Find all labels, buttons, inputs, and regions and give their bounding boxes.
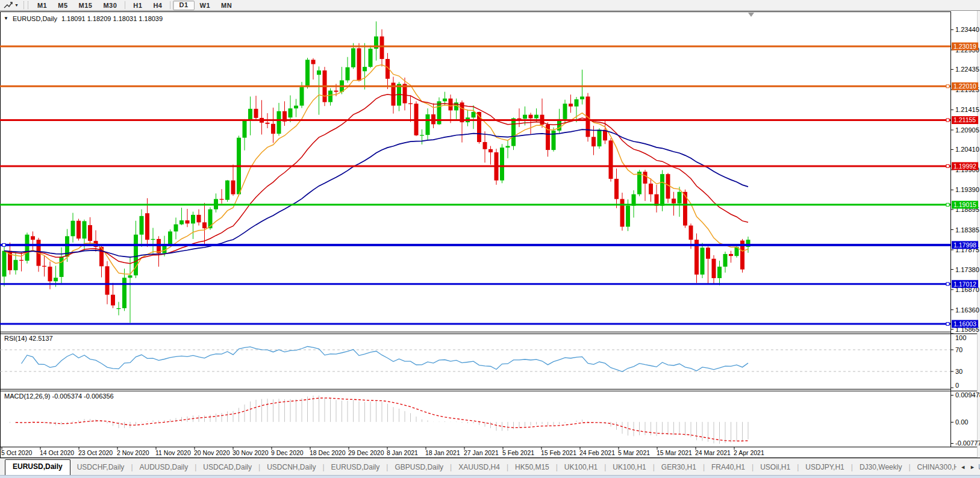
svg-text:30: 30 [955, 368, 963, 375]
bottom-tab-dj30-weekly[interactable]: DJ30,Weekly [853, 461, 908, 475]
horizontal-line-objects[interactable]: 1.230191.220101.211551.199921.190151.179… [0, 43, 978, 328]
svg-text:11 Nov 2020: 11 Nov 2020 [155, 449, 191, 456]
svg-text:1.19992: 1.19992 [953, 163, 976, 170]
line-drag-handle [946, 85, 949, 88]
svg-text:-0.007778: -0.007778 [955, 439, 980, 447]
title-caret-icon[interactable]: ▼ [4, 16, 8, 21]
bottom-tab-fra40-h1[interactable]: FRA40,H1 [705, 461, 752, 475]
line-drag-handle [946, 282, 949, 285]
macd-panel[interactable]: 0.0094780.00-0.007778 [10, 391, 980, 447]
svg-text:1.17998: 1.17998 [953, 241, 976, 249]
rsi-indicator-label: RSI(14) 42.5137 [4, 335, 53, 342]
svg-text:1.20410: 1.20410 [955, 146, 979, 153]
line-drag-handle [2, 243, 5, 246]
chart-canvas[interactable]: 1.234401.229301.224351.219251.214151.209… [0, 0, 980, 461]
bottom-tab-audusd-daily[interactable]: AUDUSD,Daily [133, 461, 195, 475]
svg-text:27 Jan 2021: 27 Jan 2021 [464, 449, 499, 456]
moving-average-lines [4, 65, 748, 275]
svg-text:1.23019: 1.23019 [953, 43, 976, 50]
svg-text:1.21415: 1.21415 [955, 106, 979, 113]
svg-text:1.22010: 1.22010 [953, 82, 976, 90]
svg-text:1.16003: 1.16003 [953, 320, 976, 327]
svg-text:23 Oct 2020: 23 Oct 2020 [78, 449, 113, 456]
rsi-panel[interactable]: 10070300 [0, 334, 966, 389]
svg-text:2 Nov 2020: 2 Nov 2020 [117, 449, 149, 456]
macd-indicator-label: MACD(12,26,9) -0.005374 -0.006356 [4, 393, 114, 400]
svg-text:20 Nov 2020: 20 Nov 2020 [194, 449, 230, 456]
bottom-tab-ger30-h1[interactable]: GER30,H1 [655, 461, 703, 475]
svg-text:5 Oct 2020: 5 Oct 2020 [1, 449, 33, 456]
tab-scroll-left-button[interactable]: ◄ [960, 464, 966, 470]
svg-text:1.18385: 1.18385 [955, 226, 979, 234]
bottom-tab-usdchf-daily[interactable]: USDCHF,Daily [70, 461, 131, 475]
bottom-tab-usdcad-daily[interactable]: USDCAD,Daily [196, 461, 258, 475]
chart-title: ▼ EURUSD,Daily 1.18091 1.18209 1.18031 1… [4, 15, 163, 22]
svg-text:9 Dec 2020: 9 Dec 2020 [271, 449, 304, 456]
price-chart[interactable]: 1.234401.229301.224351.219251.214151.209… [0, 0, 980, 459]
svg-text:1.20905: 1.20905 [955, 126, 979, 134]
svg-text:1.23440: 1.23440 [955, 26, 979, 33]
bottom-tab-uk100-h1[interactable]: UK100,H1 [606, 461, 652, 475]
svg-text:1.17012: 1.17012 [953, 281, 976, 288]
date-axis[interactable]: 5 Oct 202014 Oct 202023 Oct 20202 Nov 20… [1, 447, 764, 457]
svg-text:0.00: 0.00 [955, 418, 968, 426]
bottom-tab-eurusd-daily[interactable]: EURUSD,Daily [325, 461, 387, 475]
svg-text:70: 70 [955, 346, 963, 353]
bottom-tab-uk100-h1[interactable]: UK100,H1 [558, 461, 604, 475]
line-drag-handle [946, 203, 949, 206]
svg-text:29 Dec 2020: 29 Dec 2020 [348, 449, 384, 456]
tab-scroll-controls: ◄ ► [957, 459, 979, 475]
svg-text:24 Feb 2021: 24 Feb 2021 [579, 449, 615, 456]
tab-scroll-right-button[interactable]: ► [970, 464, 975, 470]
svg-text:15 Mar 2021: 15 Mar 2021 [657, 449, 692, 456]
line-drag-handle [946, 164, 949, 167]
svg-text:18 Jan 2021: 18 Jan 2021 [425, 449, 460, 456]
svg-text:100: 100 [955, 334, 966, 341]
svg-text:1.19390: 1.19390 [955, 186, 979, 193]
chart-shift-marker [748, 13, 754, 17]
svg-text:2 Apr 2021: 2 Apr 2021 [734, 449, 764, 456]
bottom-tab-xauusd-h4[interactable]: XAUUSD,H4 [452, 461, 507, 475]
rsi-line [22, 347, 749, 372]
svg-text:24 Mar 2021: 24 Mar 2021 [695, 449, 731, 456]
svg-text:1.16360: 1.16360 [955, 306, 979, 314]
bottom-tab-usdjpy-h1[interactable]: USDJPY,H1 [799, 461, 850, 475]
chart-ohlc-label: 1.18091 1.18209 1.18031 1.18039 [61, 15, 163, 22]
chart-tab-bar: EURUSD,DailyUSDCHF,Daily|AUDUSD,Daily|US… [0, 459, 980, 475]
svg-text:5 Mar 2021: 5 Mar 2021 [618, 449, 650, 456]
svg-text:15 Feb 2021: 15 Feb 2021 [541, 449, 576, 456]
svg-text:5 Feb 2021: 5 Feb 2021 [502, 449, 534, 456]
svg-text:1.21155: 1.21155 [953, 116, 976, 123]
svg-text:1.17380: 1.17380 [955, 266, 979, 273]
svg-text:8 Jan 2021: 8 Jan 2021 [387, 449, 418, 456]
svg-text:0.009478: 0.009478 [955, 391, 980, 399]
bottom-tab-gbpusd-daily[interactable]: GBPUSD,Daily [388, 461, 450, 475]
chart-symbol-label: EURUSD,Daily [13, 15, 57, 22]
svg-text:1.22435: 1.22435 [955, 66, 979, 73]
svg-text:18 Dec 2020: 18 Dec 2020 [310, 449, 346, 456]
bottom-tab-hk50-m15[interactable]: HK50,M15 [508, 461, 556, 475]
window-bottom-edge [0, 475, 980, 478]
bottom-tab-usdcnh-daily[interactable]: USDCNH,Daily [260, 461, 322, 475]
svg-text:0: 0 [955, 382, 959, 389]
bottom-tab-usoil-h1[interactable]: USOil,H1 [754, 461, 797, 475]
line-drag-handle [946, 119, 949, 122]
bottom-tab-eurusd-daily[interactable]: EURUSD,Daily [5, 459, 70, 475]
svg-text:30 Nov 2020: 30 Nov 2020 [233, 449, 269, 456]
line-drag-handle [946, 323, 949, 326]
svg-text:1.19015: 1.19015 [953, 201, 976, 208]
svg-text:14 Oct 2020: 14 Oct 2020 [40, 449, 74, 456]
